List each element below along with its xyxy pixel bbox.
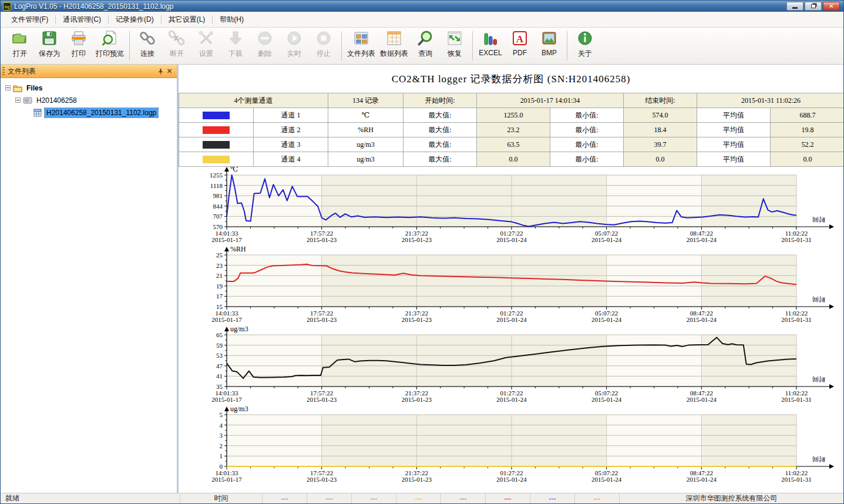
toolbar-data-list-table-button[interactable]: 数据列表 <box>378 30 411 59</box>
x-tick-date: 2015-01-23 <box>307 396 337 403</box>
minimize-button[interactable] <box>786 2 803 11</box>
x-tick-date: 2015-01-24 <box>591 236 622 243</box>
toolbar-print-preview-button[interactable]: 打印预览 <box>93 30 126 59</box>
x-axis-arrow <box>829 384 834 389</box>
x-tick-date: 2015-01-23 <box>402 316 432 323</box>
status-value-cell-8: --- <box>574 493 619 503</box>
charts-area: 12551118981844707570℃时间14:01:332015-01-1… <box>179 167 843 493</box>
toolbar-restore-arrows-button[interactable]: 恢复 <box>440 30 469 59</box>
minimize-icon <box>792 7 798 9</box>
channel-unit: ℃ <box>328 108 403 123</box>
status-company-name: 深圳市华图测控系统有限公司 <box>619 493 843 503</box>
toolbar-label: 连接 <box>140 49 154 59</box>
toolbar-label: 断开 <box>170 49 184 59</box>
x-tick-date: 2015-01-24 <box>496 316 527 323</box>
toolbar-label: PDF <box>513 49 527 57</box>
avg-value: 52.2 <box>771 137 843 152</box>
tree-item-device[interactable]: H201406258 <box>2 94 176 106</box>
min-label: 最小值: <box>550 137 624 152</box>
plot-band <box>607 335 702 387</box>
y-tick-label: 981 <box>213 192 223 199</box>
toolbar-pdf-button[interactable]: APDF <box>505 30 534 57</box>
menu-item-5[interactable]: 帮助(H) <box>213 12 251 27</box>
data-list-table-icon <box>386 30 402 48</box>
panel-close-button[interactable]: ✕ <box>165 67 174 76</box>
status-value-cell-2: --- <box>307 493 351 503</box>
header-start-time-value: 2015-01-17 14:01:34 <box>477 93 624 108</box>
tree-item-logfile[interactable]: H201406258_20150131_1102.logp <box>2 106 176 119</box>
toolbar-excel-chart-button[interactable]: EXCEL <box>476 30 505 57</box>
y-tick-label: 2 <box>220 442 223 449</box>
toolbar-connect-chain-button[interactable]: 连接 <box>133 30 162 59</box>
close-icon: ✕ <box>829 4 833 9</box>
pdf-icon: A <box>512 30 528 48</box>
y-tick-label: 707 <box>213 213 223 220</box>
x-tick-date: 2015-01-24 <box>687 236 717 243</box>
channel-4-color-swatch <box>203 156 230 163</box>
chart-channel-1-temperature: 12551118981844707570℃时间14:01:332015-01-1… <box>179 167 843 247</box>
channel-color-cell <box>179 152 254 167</box>
toolbar-open-folder-button[interactable]: 打开 <box>5 30 35 59</box>
delete-circle-icon <box>257 30 273 48</box>
toolbar-query-magnifier-button[interactable]: 查询 <box>411 30 440 59</box>
avg-label: 平均值 <box>697 108 771 123</box>
excel-chart-icon <box>482 30 499 48</box>
x-axis-title: 时间 <box>812 216 825 223</box>
toolbar: 打开保存为打印打印预览连接断开设置下载删除实时停止文件列表数据列表查询恢复EXC… <box>1 28 843 65</box>
menu-item-3[interactable]: 记录操作(D) <box>109 12 161 27</box>
y-tick-label: 1255 <box>210 172 223 179</box>
plot-band <box>701 415 796 466</box>
y-tick-label: 25 <box>216 251 223 258</box>
tree-expander[interactable] <box>5 85 11 90</box>
channel-unit: ug/m3 <box>328 137 403 152</box>
plot-band <box>227 255 322 307</box>
y-axis-arrow <box>224 167 229 172</box>
x-tick-date: 2015-01-23 <box>402 476 432 483</box>
toolbar-delete-circle-button: 删除 <box>250 30 280 59</box>
device-icon <box>23 96 32 105</box>
bmp-image-icon <box>541 30 557 48</box>
toolbar-separator <box>472 31 473 61</box>
min-label: 最小值: <box>550 123 624 137</box>
toolbar-printer-button[interactable]: 打印 <box>64 30 93 59</box>
y-tick-label: 5 <box>220 411 223 418</box>
menu-item-1[interactable]: 文件管理(F) <box>4 12 55 27</box>
channel-name: 通道 2 <box>254 123 328 137</box>
channel-2-color-swatch <box>203 126 230 134</box>
status-value-cell-7: --- <box>530 493 574 503</box>
x-tick-date: 2015-01-23 <box>307 316 337 323</box>
menu-item-2[interactable]: 通讯管理(C) <box>56 12 108 27</box>
header-end-time-value: 2015-01-31 11:02:26 <box>697 93 843 108</box>
realtime-play-icon <box>286 30 302 48</box>
close-button[interactable]: ✕ <box>823 2 840 11</box>
toolbar-stop-circle-button: 停止 <box>309 30 338 59</box>
tree-item-files-root[interactable]: Files <box>2 82 176 94</box>
pin-button[interactable] <box>156 67 165 76</box>
toolbar-bmp-image-button[interactable]: BMP <box>534 30 564 57</box>
toolbar-save-floppy-button[interactable]: 保存为 <box>35 30 64 59</box>
y-tick-label: 59 <box>216 342 223 349</box>
y-tick-label: 1 <box>220 452 223 459</box>
toolbar-label: 数据列表 <box>380 49 408 59</box>
restore-button[interactable] <box>805 2 822 11</box>
toolbar-label: 恢复 <box>448 49 462 59</box>
menu-bar: 文件管理(F)通讯管理(C)记录操作(D)其它设置(L)帮助(H) <box>1 12 843 28</box>
y-tick-label: 19 <box>216 283 223 290</box>
toolbar-label: 实时 <box>287 49 301 59</box>
chart-channel-2-humidity: 252321191715%RH时间14:01:332015-01-1717:57… <box>179 247 843 327</box>
tree-expander[interactable] <box>15 98 21 103</box>
about-info-icon <box>577 30 593 48</box>
y-tick-label: 65 <box>216 331 223 338</box>
connect-chain-icon <box>139 30 156 48</box>
toolbar-file-list-panel-button[interactable]: 文件列表 <box>345 30 378 59</box>
plot-band <box>227 415 322 466</box>
folder-icon <box>13 84 22 92</box>
plot-band <box>512 415 607 466</box>
main-area: CO2&TH logger 记录数据分析图 (SN:H201406258) 4个… <box>179 65 843 493</box>
y-axis-unit-label: ug/m3 <box>230 406 248 413</box>
plot-band <box>416 255 512 307</box>
menu-item-4[interactable]: 其它设置(L) <box>162 12 213 27</box>
x-axis-arrow <box>829 224 834 229</box>
toolbar-about-info-button[interactable]: 关于 <box>570 30 600 59</box>
channel-color-cell <box>179 137 254 152</box>
